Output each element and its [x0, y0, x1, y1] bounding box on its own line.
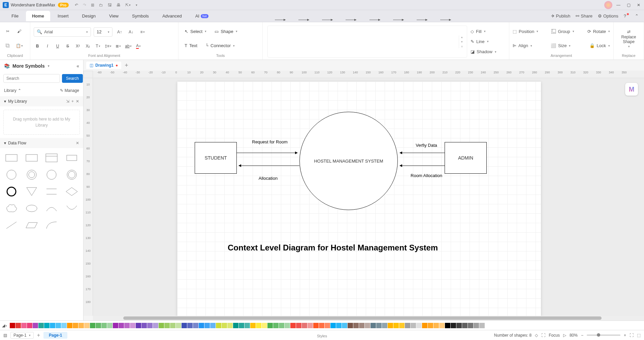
tab-file[interactable]: File: [5, 11, 25, 21]
color-swatch[interactable]: [170, 323, 175, 328]
color-swatch[interactable]: [193, 323, 198, 328]
paste-icon[interactable]: 📋▾: [15, 41, 24, 50]
color-swatch[interactable]: [96, 323, 101, 328]
process-hostel-system[interactable]: HOSTEL MANAGEMENT SYSTEM: [299, 112, 398, 210]
color-swatch[interactable]: [319, 323, 324, 328]
color-swatch[interactable]: [456, 323, 462, 328]
color-swatch[interactable]: [101, 323, 107, 328]
color-swatch[interactable]: [422, 323, 427, 328]
entity-student[interactable]: STUDENT: [195, 142, 237, 174]
connector-tool[interactable]: └Connector▾: [203, 42, 237, 49]
color-swatch[interactable]: [136, 323, 141, 328]
color-swatch[interactable]: [388, 323, 393, 328]
position-dropdown[interactable]: ⬚Position▾: [513, 29, 538, 34]
color-swatch[interactable]: [393, 323, 399, 328]
color-swatch[interactable]: [405, 323, 410, 328]
rotate-dropdown[interactable]: ⟳Rotate▾: [587, 29, 610, 34]
shape-arc2[interactable]: [64, 202, 80, 215]
my-library-header[interactable]: ▾ My Library ⇲+✕: [0, 96, 83, 106]
manage-link[interactable]: ✎ Manage: [60, 88, 79, 93]
import-icon[interactable]: ⇲: [66, 99, 69, 104]
new-icon[interactable]: ⊞: [91, 3, 94, 7]
color-swatch[interactable]: [451, 323, 456, 328]
horizontal-scrollbar[interactable]: [93, 316, 644, 320]
color-swatch[interactable]: [302, 323, 307, 328]
color-swatch[interactable]: [479, 323, 485, 328]
dataflow-header[interactable]: ▾ Data Flow ✕: [0, 138, 83, 148]
color-swatch[interactable]: [227, 323, 233, 328]
color-swatch[interactable]: [342, 323, 347, 328]
color-swatch[interactable]: [273, 323, 279, 328]
color-swatch[interactable]: [439, 323, 445, 328]
text-align-icon[interactable]: ≡▾: [138, 28, 147, 36]
fill-dropdown[interactable]: ◇Fill▾: [471, 29, 504, 34]
format-painter-icon[interactable]: 🖌: [15, 27, 24, 36]
undo-icon[interactable]: ↶: [75, 3, 78, 7]
replace-shape-button[interactable]: ⇄ Replace Shape▾: [619, 28, 638, 49]
shape-curve[interactable]: [44, 219, 60, 232]
shape-cloud[interactable]: [3, 202, 20, 215]
redo-icon[interactable]: ↷: [83, 3, 86, 7]
shape-rect2[interactable]: [24, 151, 40, 164]
tab-view[interactable]: View: [103, 11, 125, 21]
shape-donut[interactable]: [24, 168, 40, 181]
line-spacing-icon[interactable]: ‡≡▾: [104, 42, 112, 50]
color-swatch[interactable]: [382, 323, 387, 328]
color-swatch[interactable]: [50, 323, 55, 328]
color-swatch[interactable]: [216, 323, 221, 328]
lock-dropdown[interactable]: 🔒Lock▾: [589, 43, 610, 48]
share-button[interactable]: ⚯Share: [576, 13, 592, 19]
tab-ai[interactable]: AIhot: [189, 11, 215, 21]
color-swatch[interactable]: [84, 323, 90, 328]
color-swatch[interactable]: [10, 323, 15, 328]
color-swatch[interactable]: [330, 323, 336, 328]
color-swatch[interactable]: [474, 323, 479, 328]
tab-design[interactable]: Design: [76, 11, 102, 21]
color-swatch[interactable]: [290, 323, 296, 328]
shape-rect3[interactable]: [64, 151, 80, 164]
label-verify[interactable]: Verfiy Data: [406, 143, 447, 148]
color-swatch[interactable]: [204, 323, 210, 328]
entity-admin[interactable]: ADMIN: [445, 142, 487, 174]
color-swatch[interactable]: [285, 323, 290, 328]
line-dropdown[interactable]: ✎Line▾: [471, 39, 504, 44]
shape-arc[interactable]: [44, 202, 60, 215]
color-swatch[interactable]: [33, 323, 38, 328]
qat-more-icon[interactable]: ▾: [136, 3, 137, 7]
color-swatch[interactable]: [245, 323, 250, 328]
fill-bucket-icon[interactable]: ◢▾: [2, 323, 7, 328]
color-swatch[interactable]: [159, 323, 164, 328]
collapse-ribbon-icon[interactable]: ⌃: [635, 13, 639, 19]
collapse-sidebar-icon[interactable]: «: [76, 63, 79, 69]
page[interactable]: STUDENT HOSTEL MANAGEMENT SYSTEM ADMIN R: [177, 81, 541, 316]
color-swatch[interactable]: [15, 323, 21, 328]
shape-circle[interactable]: [3, 168, 20, 181]
shape-rect[interactable]: [3, 151, 20, 164]
color-swatch[interactable]: [107, 323, 112, 328]
document-tab[interactable]: ◫ Drawing1 ●: [86, 62, 121, 69]
font-size-select[interactable]: 12▾: [94, 27, 112, 37]
color-swatch[interactable]: [462, 323, 468, 328]
text-tool[interactable]: TText: [182, 42, 200, 49]
color-swatch[interactable]: [130, 323, 135, 328]
save-icon[interactable]: 🖫: [108, 3, 112, 7]
color-swatch[interactable]: [187, 323, 193, 328]
color-swatch[interactable]: [44, 323, 50, 328]
shape-parallelogram[interactable]: [24, 219, 40, 232]
color-swatch[interactable]: [38, 323, 44, 328]
color-swatch[interactable]: [222, 323, 227, 328]
print-icon[interactable]: 🖶: [117, 3, 121, 7]
color-swatch[interactable]: [348, 323, 353, 328]
color-swatch[interactable]: [78, 323, 84, 328]
color-swatch[interactable]: [199, 323, 204, 328]
cut-icon[interactable]: ✂: [3, 27, 12, 36]
highlight-icon[interactable]: ab▾: [125, 42, 132, 50]
color-swatch[interactable]: [239, 323, 244, 328]
new-document-icon[interactable]: +: [125, 62, 128, 69]
bold-icon[interactable]: B: [34, 42, 41, 50]
color-swatch[interactable]: [296, 323, 301, 328]
tab-home[interactable]: Home: [26, 11, 50, 21]
color-swatch[interactable]: [176, 323, 181, 328]
color-swatch[interactable]: [147, 323, 153, 328]
color-swatch[interactable]: [61, 323, 67, 328]
